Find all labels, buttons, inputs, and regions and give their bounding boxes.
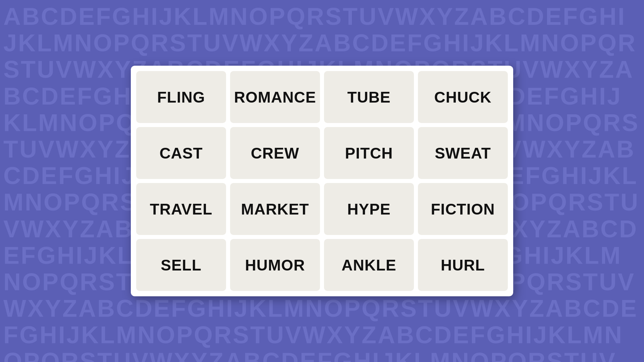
cell-romance[interactable]: ROMANCE — [230, 71, 320, 123]
cell-sell[interactable]: SELL — [136, 239, 226, 291]
cell-humor[interactable]: HUMOR — [230, 239, 320, 291]
cell-label-pitch: PITCH — [345, 144, 393, 162]
cell-label-fling: FLING — [157, 88, 205, 106]
cell-ankle[interactable]: ANKLE — [324, 239, 414, 291]
word-grid: FLINGROMANCETUBECHUCKCASTCREWPITCHSWEATT… — [136, 71, 508, 291]
cell-fiction[interactable]: FICTION — [418, 183, 508, 235]
cell-label-humor: HUMOR — [245, 256, 305, 274]
cell-fling[interactable]: FLING — [136, 71, 226, 123]
cell-label-hurl: HURL — [441, 256, 485, 274]
cell-label-travel: TRAVEL — [150, 200, 213, 218]
cell-hype[interactable]: HYPE — [324, 183, 414, 235]
cell-hurl[interactable]: HURL — [418, 239, 508, 291]
cell-crew[interactable]: CREW — [230, 127, 320, 179]
cell-label-tube: TUBE — [347, 88, 390, 106]
cell-travel[interactable]: TRAVEL — [136, 183, 226, 235]
cell-label-cast: CAST — [159, 144, 203, 162]
cell-label-romance: ROMANCE — [234, 88, 316, 106]
cell-label-fiction: FICTION — [431, 200, 495, 218]
cell-label-ankle: ANKLE — [341, 256, 396, 274]
cell-label-chuck: CHUCK — [434, 88, 491, 106]
cell-label-crew: CREW — [251, 144, 300, 162]
cell-sweat[interactable]: SWEAT — [418, 127, 508, 179]
cell-label-hype: HYPE — [347, 200, 390, 218]
word-grid-card: FLINGROMANCETUBECHUCKCASTCREWPITCHSWEATT… — [131, 66, 513, 296]
cell-tube[interactable]: TUBE — [324, 71, 414, 123]
cell-label-market: MARKET — [241, 200, 309, 218]
cell-label-sweat: SWEAT — [435, 144, 491, 162]
cell-chuck[interactable]: CHUCK — [418, 71, 508, 123]
cell-market[interactable]: MARKET — [230, 183, 320, 235]
cell-label-sell: SELL — [161, 256, 202, 274]
cell-cast[interactable]: CAST — [136, 127, 226, 179]
cell-pitch[interactable]: PITCH — [324, 127, 414, 179]
